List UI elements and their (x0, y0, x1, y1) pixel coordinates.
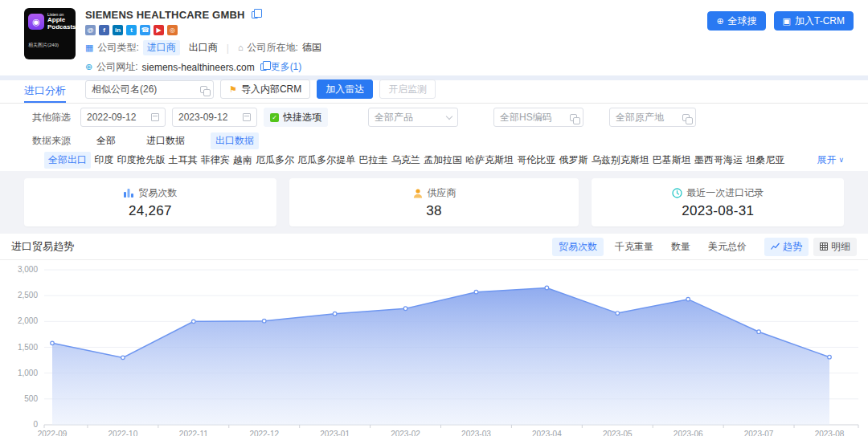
data-point[interactable] (121, 356, 125, 360)
data-point[interactable] (333, 312, 337, 316)
x-tick-label: 2023-05 (603, 430, 633, 436)
trend-chart-svg: 05001,0001,5002,0002,5003,0002022-092022… (0, 260, 868, 436)
stat-value: 2023-08-31 (682, 203, 754, 219)
x-tick-label: 2023-02 (391, 430, 420, 436)
data-source-bar: 数据来源 全部进口数据出口数据 (0, 131, 868, 150)
youtube-icon[interactable]: ▶ (154, 25, 164, 35)
source-option[interactable]: 出口数据 (211, 132, 259, 149)
x-tick-label: 2022-10 (108, 430, 138, 436)
date-to-value: 2023-09-12 (178, 112, 227, 123)
view-tab-label: 趋势 (783, 240, 802, 254)
origin-value: 全部原产地 (616, 111, 664, 124)
stat-value: 24,267 (129, 203, 172, 219)
data-point[interactable] (616, 312, 620, 316)
x-tick-label: 2023-01 (320, 430, 350, 436)
expand-link[interactable]: 展开 ∨ (817, 153, 844, 167)
country-tab[interactable]: 哈萨克斯坦 (465, 153, 514, 167)
company-type-import-badge[interactable]: 进口商 (143, 40, 180, 55)
country-tab[interactable]: 孟加拉国 (424, 153, 462, 167)
metric-tab[interactable]: 千克重量 (608, 238, 660, 256)
link-icon (200, 86, 207, 93)
metric-tab[interactable]: 美元总价 (702, 238, 753, 256)
view-tab[interactable]: 趋势 (764, 238, 809, 256)
metric-tab[interactable]: 贸易次数 (552, 238, 604, 256)
country-tab[interactable]: 乌克兰 (391, 153, 420, 167)
product-value: 全部产品 (375, 111, 413, 124)
country-tab[interactable]: 哥伦比亚 (517, 153, 555, 167)
supplier-icon (412, 188, 424, 198)
country-tab[interactable]: 乌兹别克斯坦 (592, 153, 649, 167)
date-from-value: 2022-09-12 (87, 112, 136, 123)
data-point[interactable] (192, 320, 196, 324)
country-tab[interactable]: 土耳其 (169, 153, 198, 167)
country-tab[interactable]: 巴拉圭 (359, 153, 388, 167)
monitor-label: 开启监测 (388, 83, 427, 96)
import-crm-button[interactable]: ⚑ 导入内部CRM (220, 79, 310, 99)
data-point[interactable] (828, 355, 832, 359)
country-tab[interactable]: 厄瓜多尔提单 (297, 153, 355, 167)
data-point[interactable] (51, 341, 55, 345)
date-to-input[interactable]: 2023-09-12 (172, 108, 257, 127)
x-tick-label: 2023-07 (744, 430, 774, 436)
data-point[interactable] (545, 286, 549, 290)
stat-card-trade-count: 贸易次数 24,267 (24, 178, 276, 226)
x-tick-label: 2023-08 (815, 430, 845, 436)
copy-website-icon[interactable] (260, 63, 267, 71)
country-tab[interactable]: 菲律宾 (201, 153, 230, 167)
hs-code-value: 全部HS编码 (500, 111, 552, 124)
metric-tab[interactable]: 数量 (665, 238, 697, 256)
similar-companies-value: 相似公司名(26) (92, 83, 157, 96)
data-point[interactable] (403, 307, 407, 311)
country-tab[interactable]: 巴基斯坦 (653, 153, 691, 167)
data-point[interactable] (757, 330, 761, 334)
website-more-link[interactable]: 更多(1) (271, 60, 302, 74)
line-chart-icon (771, 242, 780, 251)
location-label: 公司所在地: (248, 41, 298, 55)
y-tick-label: 1,000 (18, 369, 38, 377)
linkedin-icon[interactable]: in (113, 25, 123, 35)
y-tick-label: 500 (24, 394, 38, 403)
add-tcrm-button[interactable]: ▣ 加入T-CRM (774, 11, 854, 31)
country-tab[interactable]: 印度抢先版 (117, 153, 165, 167)
country-tab[interactable]: 墨西哥海运 (694, 153, 743, 167)
bar-chart-icon (123, 188, 134, 198)
data-point[interactable] (474, 290, 478, 294)
source-option[interactable]: 全部 (92, 132, 121, 149)
similar-companies-input[interactable]: 相似公司名(26) (85, 80, 214, 99)
hs-code-select[interactable]: 全部HS编码 (493, 108, 583, 127)
website-icon[interactable]: @ (85, 25, 96, 35)
date-from-input[interactable]: 2022-09-12 (80, 108, 166, 127)
divider: | (227, 43, 229, 54)
website-value[interactable]: siemens-healthineers.com (142, 62, 255, 73)
product-select[interactable]: 全部产品 (368, 108, 458, 127)
area-fill (52, 288, 829, 425)
country-tab[interactable]: 印度 (94, 153, 113, 167)
facebook-icon[interactable]: f (99, 25, 109, 35)
data-point[interactable] (262, 319, 266, 323)
country-tab[interactable]: 俄罗斯 (559, 153, 588, 167)
copy-icon[interactable] (252, 11, 258, 18)
y-tick-label: 0 (33, 420, 38, 429)
add-radar-button[interactable]: 加入雷达 (317, 79, 373, 99)
data-source-options: 全部进口数据出口数据 (92, 132, 259, 149)
stat-label: 最近一次进口记录 (686, 186, 764, 200)
data-point[interactable] (686, 297, 690, 301)
monitor-button[interactable]: 开启监测 (379, 79, 436, 99)
stat-card-last-import: 最近一次进口记录 2023-08-31 (592, 178, 844, 226)
origin-select[interactable]: 全部原产地 (609, 108, 696, 127)
stat-label: 贸易次数 (138, 186, 177, 200)
view-tab[interactable]: 明细 (813, 238, 857, 256)
twitter-icon[interactable]: t (126, 25, 137, 35)
quick-options-button[interactable]: ✓ 快捷选项 (264, 108, 328, 127)
country-tab[interactable]: 坦桑尼亚 (746, 153, 784, 167)
global-search-button[interactable]: ⊕ 全球搜 (707, 11, 765, 31)
table-icon (820, 242, 828, 251)
country-tab[interactable]: 厄瓜多尔 (256, 153, 294, 167)
phone-icon[interactable]: ☎ (140, 25, 150, 35)
instagram-icon[interactable]: ◎ (167, 25, 178, 35)
expand-label: 展开 (817, 153, 836, 167)
country-tab[interactable]: 全部出口 (44, 152, 91, 169)
country-tab[interactable]: 越南 (233, 153, 252, 167)
company-type-export[interactable]: 出口商 (189, 41, 218, 55)
source-option[interactable]: 进口数据 (141, 132, 190, 149)
